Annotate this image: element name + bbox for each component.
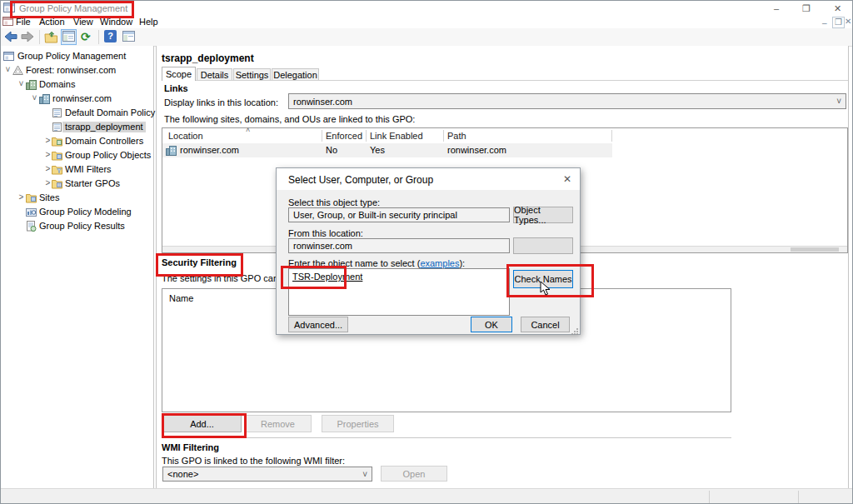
open-button[interactable]: Open — [381, 466, 447, 482]
wmi-filtering-heading: WMI Filtering — [162, 442, 219, 452]
forward-icon[interactable] — [21, 31, 34, 44]
tree-item-forest[interactable]: ˅ Forest: ronwinser.com — [1, 64, 152, 78]
locations-button[interactable] — [513, 237, 573, 254]
refresh-icon[interactable]: ⟳ — [81, 30, 91, 43]
links-heading: Links — [164, 83, 188, 93]
mdi-restore-icon[interactable]: ❐ — [832, 17, 845, 28]
folder-icon — [26, 192, 37, 203]
gpo-icon — [52, 122, 62, 132]
menu-view[interactable]: View — [73, 17, 93, 27]
domain-icon — [39, 93, 50, 104]
folder-icon — [52, 150, 62, 161]
domains-icon — [26, 79, 37, 90]
new-window-icon[interactable] — [122, 31, 135, 43]
scrollbar-thumb[interactable] — [791, 247, 839, 252]
remove-button[interactable]: Remove — [244, 415, 312, 432]
app-icon — [3, 2, 15, 15]
object-types-button[interactable]: Object Types... — [513, 207, 573, 223]
list-column-name[interactable]: Name — [169, 293, 193, 303]
location-combobox[interactable]: ronwinser.com ˅ — [288, 93, 846, 109]
object-type-label: Select this object type: — [288, 197, 380, 207]
wmi-filter-combobox[interactable]: <none> ˅ — [162, 467, 372, 482]
help-icon[interactable]: ? — [104, 30, 117, 42]
show-console-tree-icon[interactable] — [61, 29, 77, 45]
tab-scope[interactable]: Scope — [162, 67, 196, 81]
table-row[interactable]: ronwinser.com No Yes ronwinser.com — [162, 143, 612, 157]
examples-link[interactable]: examples — [420, 258, 459, 268]
column-header-path[interactable]: Path — [447, 131, 466, 141]
back-icon[interactable] — [4, 31, 17, 44]
mdi-minimize-icon[interactable]: – — [822, 19, 827, 27]
tree-item-group-policy-management[interactable]: Group Policy Management — [1, 50, 152, 64]
tree-item-group-policy-modeling[interactable]: Group Policy Modeling — [1, 206, 152, 220]
folder-icon — [52, 164, 62, 175]
cell-enforced: No — [326, 145, 337, 155]
table-header-row: ˄ Location Enforced Link Enabled Path — [162, 128, 612, 144]
domain-icon — [166, 145, 177, 157]
console-root-icon — [3, 51, 14, 62]
restore-icon[interactable]: ❐ — [802, 4, 811, 13]
cell-path: ronwinser.com — [447, 145, 506, 155]
resize-grip[interactable] — [571, 327, 579, 337]
from-location-field: ronwinser.com — [288, 238, 510, 253]
properties-button[interactable]: Properties — [322, 415, 394, 432]
chevron-down-icon: ˅ — [836, 97, 841, 106]
tree-item-group-policy-results[interactable]: Group Policy Results — [1, 220, 152, 234]
dialog-titlebar: Select User, Computer, or Group ✕ — [277, 168, 580, 190]
column-header-enforced[interactable]: Enforced — [326, 131, 362, 141]
minimize-icon[interactable]: – — [774, 4, 779, 13]
tab-details[interactable]: Details — [197, 68, 232, 81]
tree-item-domain-ronwinser[interactable]: ˅ ronwinser.com — [1, 92, 152, 107]
console-window-icon — [2, 16, 13, 28]
tree-item-default-domain-policy[interactable]: Default Domain Policy — [1, 107, 152, 121]
tab-settings[interactable]: Settings — [233, 68, 271, 81]
object-name-value: TSR-Deployment — [292, 272, 362, 282]
gpo-title: tsrapp_deployment — [162, 52, 254, 64]
export-list-icon[interactable] — [44, 31, 57, 45]
chevron-down-icon[interactable]: ˅ — [3, 65, 12, 74]
close-icon[interactable]: ✕ — [834, 4, 841, 13]
tree-item-wmi-filters[interactable]: ˃ WMI Filters — [1, 163, 152, 177]
folder-icon — [52, 136, 62, 147]
tree-item-sites[interactable]: ˃ Sites — [1, 192, 152, 206]
chevron-down-icon: ˅ — [362, 470, 367, 479]
column-header-location[interactable]: Location — [168, 131, 203, 141]
menu-help[interactable]: Help — [139, 17, 158, 27]
dialog-close-icon[interactable]: ✕ — [563, 173, 571, 185]
chevron-right-icon[interactable]: ˃ — [17, 192, 26, 202]
tree-item-group-policy-objects[interactable]: ˃ Group Policy Objects — [1, 149, 152, 163]
window-title: Group Policy Management — [19, 3, 127, 13]
tree-item-domains[interactable]: ˅ Domains — [1, 78, 152, 92]
object-name-input[interactable]: TSR-Deployment — [288, 268, 510, 316]
tree-item-domain-controllers[interactable]: ˃ Domain Controllers — [1, 135, 152, 149]
column-header-link-enabled[interactable]: Link Enabled — [370, 131, 423, 141]
tree-item-tsrapp-deployment[interactable]: tsrapp_deployment — [1, 121, 152, 135]
add-button[interactable]: Add... — [162, 415, 242, 432]
ok-button[interactable]: OK — [471, 317, 512, 332]
forest-icon — [12, 65, 23, 76]
chevron-down-icon[interactable]: ˅ — [17, 79, 26, 88]
chevron-down-icon[interactable]: ˅ — [30, 93, 39, 102]
advanced-button[interactable]: Advanced... — [288, 317, 348, 332]
links-intro: The following sites, domains, and OUs ar… — [164, 114, 415, 124]
menu-file[interactable]: File — [16, 17, 31, 27]
wmi-filtering-description: This GPO is linked to the following WMI … — [162, 456, 345, 466]
cancel-button[interactable]: Cancel — [521, 317, 570, 332]
menu-window[interactable]: Window — [100, 17, 132, 27]
select-user-dialog: Select User, Computer, or Group ✕ Select… — [276, 167, 581, 335]
dialog-title: Select User, Computer, or Group — [288, 174, 433, 186]
tab-delegation[interactable]: Delegation — [272, 68, 319, 81]
menu-action[interactable]: Action — [39, 17, 65, 27]
gpo-icon — [52, 107, 62, 118]
folder-icon — [52, 178, 62, 189]
tree-item-starter-gpos[interactable]: ˃ Starter GPOs — [1, 177, 152, 192]
modeling-icon — [26, 207, 37, 217]
group-policy-management-window: Group Policy Management – ❐ ✕ File Actio… — [0, 0, 853, 504]
mdi-close-icon[interactable]: ✕ — [845, 17, 851, 26]
object-type-field: User, Group, or Built-in security princi… — [288, 207, 510, 222]
results-icon — [26, 221, 37, 232]
from-location-label: From this location: — [288, 228, 363, 238]
security-filtering-heading: Security Filtering — [162, 257, 237, 267]
mouse-cursor — [540, 281, 551, 298]
cell-link-enabled: Yes — [370, 145, 385, 155]
